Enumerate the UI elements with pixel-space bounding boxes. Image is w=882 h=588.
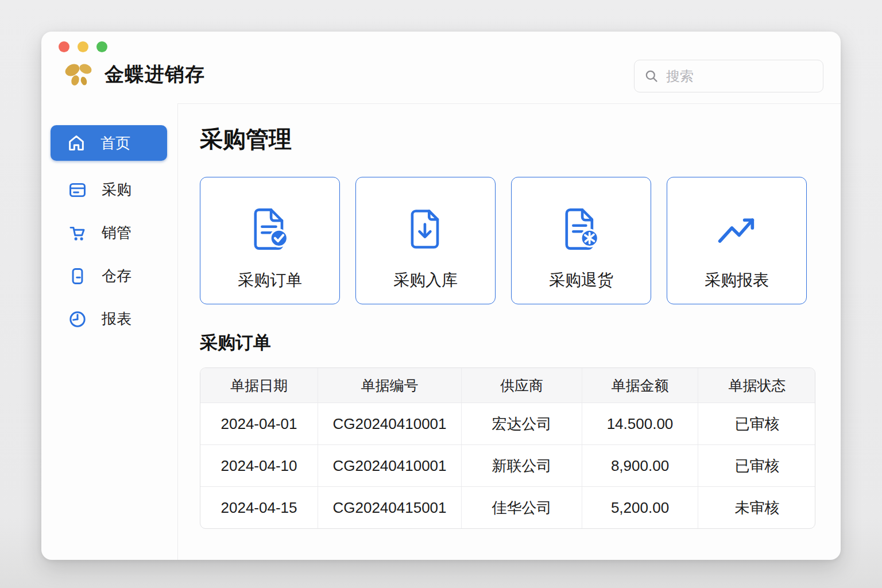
table-row[interactable]: 2024-04-10 CG20240410001 新联公司 8,900.00 已… xyxy=(200,444,815,486)
app-logo-row: 金蝶进销存 xyxy=(63,59,205,90)
app-title: 金蝶进销存 xyxy=(105,61,205,88)
butterfly-logo-icon xyxy=(63,59,94,90)
sidebar-item-purchase[interactable]: 采购 xyxy=(41,168,177,211)
card-label: 采购退货 xyxy=(549,269,613,291)
sidebar-item-label: 销管 xyxy=(102,223,131,243)
cell-order-no: CG20240410001 xyxy=(318,403,462,444)
column-header-status: 单据状态 xyxy=(698,368,815,403)
cell-order-no: CG20240415001 xyxy=(318,487,462,528)
cell-status: 已审核 xyxy=(698,403,815,444)
clock-icon xyxy=(68,310,87,329)
table-row[interactable]: 2024-04-15 CG20240415001 佳华公司 5,200.00 未… xyxy=(200,486,815,528)
sidebar-item-inventory[interactable]: 仓存 xyxy=(41,254,177,297)
main-panel: 采购管理 采购订单 xyxy=(178,103,841,560)
card-purchase-inbound[interactable]: 采购入库 xyxy=(355,177,496,304)
purchase-orders-table: 单据日期 单据编号 供应商 单据金额 单据状态 2024-04-01 CG202… xyxy=(200,368,815,529)
column-header-amount: 单据金额 xyxy=(582,368,698,403)
search-box[interactable] xyxy=(634,60,823,92)
content-area: 首页 采购 xyxy=(41,103,841,560)
sidebar-item-home[interactable]: 首页 xyxy=(51,125,167,161)
sidebar-item-sales[interactable]: 销管 xyxy=(41,211,177,254)
purchase-icon xyxy=(68,180,87,200)
table-header-row: 单据日期 单据编号 供应商 单据金额 单据状态 xyxy=(200,368,815,403)
section-title-purchase-orders: 采购订单 xyxy=(200,331,841,355)
trend-up-icon xyxy=(710,197,763,261)
column-header-date: 单据日期 xyxy=(200,368,318,403)
cell-amount: 8,900.00 xyxy=(582,445,698,486)
sidebar-item-label: 首页 xyxy=(100,133,130,153)
cell-date: 2024-04-10 xyxy=(200,445,318,486)
cell-amount: 14.500.00 xyxy=(582,403,698,444)
inventory-icon xyxy=(68,266,87,286)
action-cards: 采购订单 采购入库 xyxy=(200,177,841,304)
card-label: 采购入库 xyxy=(393,269,458,291)
sidebar-item-label: 报表 xyxy=(102,309,131,329)
cell-supplier: 佳华公司 xyxy=(462,487,582,528)
cell-order-no: CG20240410001 xyxy=(318,445,462,486)
maximize-button[interactable] xyxy=(96,41,107,52)
table-row[interactable]: 2024-04-01 CG20240410001 宏达公司 14.500.00 … xyxy=(200,403,815,444)
traffic-lights xyxy=(59,41,107,52)
card-label: 采购报表 xyxy=(705,269,769,291)
card-purchase-return[interactable]: 采购退货 xyxy=(511,177,651,304)
home-icon xyxy=(67,133,86,153)
minimize-button[interactable] xyxy=(78,41,88,52)
search-input[interactable] xyxy=(666,68,844,84)
card-label: 采购订单 xyxy=(238,269,302,291)
card-purchase-order[interactable]: 采购订单 xyxy=(200,177,340,304)
cell-supplier: 宏达公司 xyxy=(462,403,582,444)
document-check-icon xyxy=(246,197,294,261)
column-header-supplier: 供应商 xyxy=(462,368,582,403)
sidebar-item-label: 采购 xyxy=(102,180,131,200)
cart-icon xyxy=(68,223,87,243)
column-header-order-no: 单据编号 xyxy=(318,368,462,403)
cell-status: 已审核 xyxy=(698,445,815,486)
cell-date: 2024-04-01 xyxy=(200,403,318,444)
close-button[interactable] xyxy=(59,41,69,52)
cell-amount: 5,200.00 xyxy=(582,487,698,528)
sidebar: 首页 采购 xyxy=(41,103,178,560)
card-purchase-report[interactable]: 采购报表 xyxy=(667,177,807,304)
cell-supplier: 新联公司 xyxy=(462,445,582,486)
sidebar-item-label: 仓存 xyxy=(102,266,131,286)
document-download-icon xyxy=(401,197,450,261)
titlebar: 金蝶进销存 xyxy=(41,32,841,103)
cell-status: 未审核 xyxy=(698,487,815,528)
cell-date: 2024-04-15 xyxy=(200,487,318,528)
search-icon xyxy=(644,68,659,84)
sidebar-item-reports[interactable]: 报表 xyxy=(41,297,177,341)
page-title: 采购管理 xyxy=(200,123,841,155)
app-window: 金蝶进销存 首页 xyxy=(41,32,841,560)
document-return-icon xyxy=(557,197,605,261)
